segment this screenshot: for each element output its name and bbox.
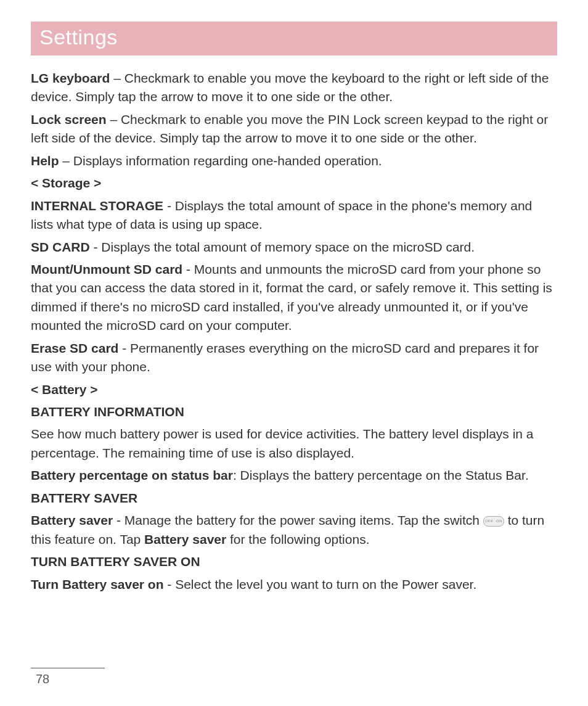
battery-saver-bold2: Battery saver xyxy=(144,532,226,546)
lock-screen-paragraph: Lock screen – Checkmark to enable you mo… xyxy=(31,110,557,148)
turn-on-label: Turn Battery saver on xyxy=(31,577,164,591)
lg-keyboard-label: LG keyboard xyxy=(31,71,110,85)
battery-pct-text: : Displays the battery percentage on the… xyxy=(233,468,529,482)
battery-pct-paragraph: Battery percentage on status bar: Displa… xyxy=(31,466,557,485)
battery-saver-heading: BATTERY SAVER xyxy=(31,489,557,507)
erase-label: Erase SD card xyxy=(31,341,118,355)
sd-card-text: - Displays the total amount of memory sp… xyxy=(90,240,475,254)
storage-heading: < Storage > xyxy=(31,174,557,192)
mount-paragraph: Mount/Unmount SD card - Mounts and unmou… xyxy=(31,260,557,335)
sd-card-paragraph: SD CARD - Displays the total amount of m… xyxy=(31,238,557,257)
internal-storage-label: INTERNAL STORAGE xyxy=(31,199,163,213)
sd-card-label: SD CARD xyxy=(31,240,90,254)
turn-on-paragraph: Turn Battery saver on - Select the level… xyxy=(31,575,557,594)
battery-saver-text1: - Manage the battery for the power savin… xyxy=(113,513,483,527)
body-content: LG keyboard – Checkmark to enable you mo… xyxy=(31,69,557,594)
off-on-toggle-icon xyxy=(483,516,504,527)
erase-paragraph: Erase SD card - Permanently erases every… xyxy=(31,339,557,377)
battery-saver-label: Battery saver xyxy=(31,513,113,527)
battery-pct-label: Battery percentage on status bar xyxy=(31,468,233,482)
battery-saver-text3: for the following options. xyxy=(226,532,369,546)
battery-info-heading: BATTERY INFORMATION xyxy=(31,403,557,421)
footer-rule xyxy=(31,668,105,668)
help-paragraph: Help – Displays information regarding on… xyxy=(31,152,557,170)
lock-screen-text: – Checkmark to enable you move the PIN L… xyxy=(31,112,548,145)
help-label: Help xyxy=(31,154,59,168)
mount-label: Mount/Unmount SD card xyxy=(31,262,182,276)
page-title: Settings xyxy=(31,22,557,55)
help-text: – Displays information regarding one-han… xyxy=(59,154,382,168)
page-number: 78 xyxy=(31,672,557,686)
turn-on-heading: TURN BATTERY SAVER ON xyxy=(31,552,557,571)
battery-saver-paragraph: Battery saver - Manage the battery for t… xyxy=(31,511,557,549)
battery-heading: < Battery > xyxy=(31,380,557,399)
page-footer: 78 xyxy=(31,668,557,686)
lg-keyboard-paragraph: LG keyboard – Checkmark to enable you mo… xyxy=(31,69,557,107)
battery-info-text: See how much battery power is used for d… xyxy=(31,425,557,462)
turn-on-text: - Select the level you want to turn on t… xyxy=(164,577,477,591)
lock-screen-label: Lock screen xyxy=(31,112,107,126)
document-page: Settings LG keyboard – Checkmark to enab… xyxy=(0,0,588,699)
internal-storage-paragraph: INTERNAL STORAGE - Displays the total am… xyxy=(31,197,557,234)
